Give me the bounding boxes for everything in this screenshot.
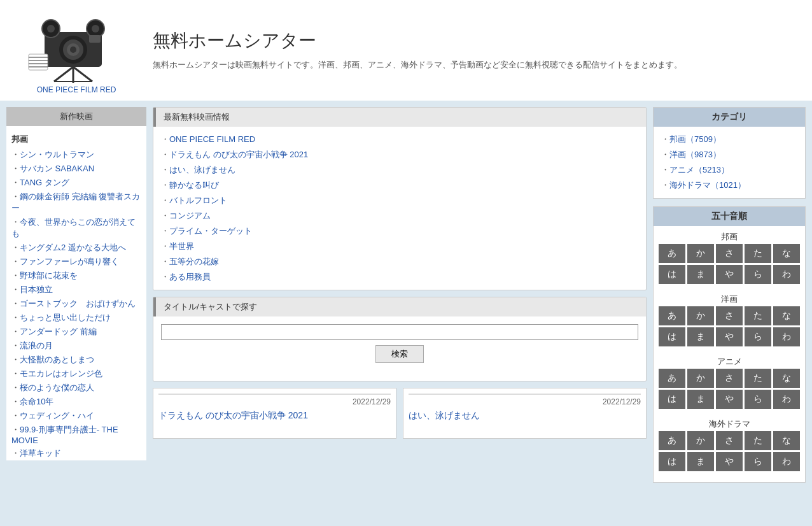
new-movies-button[interactable]: 新作映画 [6, 107, 146, 126]
sidebar-movie-link[interactable]: 今夜、世界からこの恋が消えても [11, 217, 136, 238]
aiueo-button[interactable]: な [773, 431, 800, 450]
aiueo-button[interactable]: な [773, 244, 800, 263]
aiueo-button[interactable]: さ [716, 306, 743, 325]
aiueo-box-header: 五十音順 [654, 207, 805, 226]
sidebar-movie-link[interactable]: ファンファーレが鳴り響く [20, 257, 119, 266]
sidebar-movie-link[interactable]: シン・ウルトラマン [20, 150, 94, 159]
aiueo-button[interactable]: ら [745, 327, 771, 346]
logo-title-link[interactable]: ONE PIECE FILM RED [37, 85, 116, 94]
info-box-header: 最新無料映画情報 [153, 108, 646, 127]
aiueo-button[interactable]: な [773, 369, 800, 388]
category-link[interactable]: 海外ドラマ（1021） [669, 180, 746, 190]
category-link[interactable]: 洋画（9873） [669, 150, 721, 159]
category-link[interactable]: 邦画（7509） [669, 134, 721, 144]
aiueo-button[interactable]: や [716, 327, 743, 346]
sidebar-movie-link[interactable]: 鋼の錬金術師 完結編 復讐者スカー [11, 192, 140, 213]
aiueo-button[interactable]: や [716, 452, 743, 471]
latest-movie-link[interactable]: ONE PIECE FILM RED [169, 134, 255, 144]
latest-movie-link[interactable]: 半世界 [169, 241, 194, 251]
aiueo-button[interactable]: ま [687, 390, 714, 409]
latest-movie-link[interactable]: ドラえもん のび太の宇宙小戦争 2021 [169, 150, 308, 159]
latest-movie-link[interactable]: ある用務員 [169, 272, 211, 281]
category-box-header: カテゴリ [654, 108, 805, 127]
aiueo-button[interactable]: は [659, 390, 685, 409]
category-link[interactable]: アニメ（5213） [669, 165, 729, 174]
sidebar-movie-link[interactable]: 流浪の月 [20, 341, 53, 350]
aiueo-button[interactable]: た [745, 431, 771, 450]
aiueo-button[interactable]: た [745, 369, 771, 388]
aiueo-button[interactable]: あ [659, 369, 685, 388]
aiueo-button[interactable]: わ [773, 452, 800, 471]
aiueo-button[interactable]: た [745, 244, 771, 263]
aiueo-button[interactable]: た [745, 306, 771, 325]
info-box: 最新無料映画情報 ONE PIECE FILM REDドラえもん のび太の宇宙小… [153, 107, 647, 290]
aiueo-button[interactable]: か [687, 369, 714, 388]
latest-movie-link[interactable]: バトルフロント [169, 195, 227, 205]
sidebar-movie-link[interactable]: 桜のような僕の恋人 [20, 383, 94, 392]
sidebar-movie-link[interactable]: TANG タング [20, 178, 69, 187]
sidebar-movie-link[interactable]: 99.9-刑事専門弁護士- THE MOVIE [11, 425, 118, 445]
aiueo-button[interactable]: は [659, 327, 685, 346]
aiueo-section-title: アニメ [659, 353, 800, 369]
sidebar-movie-link[interactable]: ゴーストブック おばけずかん [20, 299, 136, 308]
aiueo-button[interactable]: さ [716, 244, 743, 263]
latest-movie-link[interactable]: 静かなる叫び [169, 180, 219, 190]
aiueo-button[interactable]: あ [659, 244, 685, 263]
aiueo-button[interactable]: は [659, 265, 685, 284]
latest-movie-item: はい、泳げません [161, 162, 638, 178]
aiueo-button[interactable]: ま [687, 327, 714, 346]
search-input[interactable] [161, 324, 638, 340]
sidebar-movie-link[interactable]: 余命10年 [20, 397, 53, 406]
sidebar-movie-link[interactable]: 野球部に花束を [20, 271, 78, 280]
sidebar-movie-link[interactable]: 洋草キッド [20, 448, 61, 458]
aiueo-button[interactable]: あ [659, 431, 685, 450]
sidebar-list-item: 流浪の月 [11, 339, 141, 353]
aiueo-button[interactable]: ま [687, 265, 714, 284]
aiueo-button[interactable]: か [687, 244, 714, 263]
camera-logo-icon [25, 6, 127, 83]
aiueo-button[interactable]: ら [745, 390, 771, 409]
sidebar-movie-link[interactable]: アンダードッグ 前編 [20, 327, 97, 336]
sidebar-movie-link[interactable]: モエカレはオレンジ色 [20, 369, 102, 378]
aiueo-grid-row: あかさたな [659, 431, 800, 450]
aiueo-button[interactable]: さ [716, 431, 743, 450]
latest-movie-link[interactable]: 五等分の花嫁 [169, 257, 219, 266]
sidebar-movie-link[interactable]: 大怪獣のあとしまつ [20, 355, 94, 364]
aiueo-section-title: 海外ドラマ [659, 416, 800, 431]
sidebar-list-item: 鋼の錬金術師 完結編 復讐者スカー [11, 190, 141, 215]
aiueo-grid-row: はまやらわ [659, 327, 800, 346]
latest-movie-link[interactable]: はい、泳げません [169, 165, 235, 174]
movie-card-link[interactable]: はい、泳げません [409, 410, 480, 420]
aiueo-button[interactable]: や [716, 390, 743, 409]
movie-card-title: はい、泳げません [409, 410, 641, 422]
latest-movie-link[interactable]: コンジアム [169, 211, 211, 220]
sidebar-movie-link[interactable]: ウェディング・ハイ [20, 411, 94, 420]
aiueo-button[interactable]: わ [773, 390, 800, 409]
aiueo-button[interactable]: ま [687, 452, 714, 471]
aiueo-button[interactable]: か [687, 431, 714, 450]
site-description: 無料ホームシアターは映画無料サイトです。洋画、邦画、アニメ、海外ドラマ、予告動画… [153, 58, 799, 72]
svg-point-8 [92, 25, 99, 32]
search-button[interactable]: 検索 [375, 345, 424, 363]
sidebar-movie-link[interactable]: 日本独立 [20, 285, 53, 294]
sidebar-list-item: 99.9-刑事専門弁護士- THE MOVIE [11, 423, 141, 446]
info-box-content: ONE PIECE FILM REDドラえもん のび太の宇宙小戦争 2021はい… [153, 127, 646, 290]
latest-movie-link[interactable]: プライム・ターゲット [169, 226, 252, 236]
aiueo-section: アニメあかさたなはまやらわ [654, 351, 805, 413]
aiueo-button[interactable]: か [687, 306, 714, 325]
aiueo-button[interactable]: な [773, 306, 800, 325]
latest-movie-item: 半世界 [161, 239, 638, 254]
sidebar-movie-link[interactable]: サバカン SABAKAN [20, 164, 94, 173]
aiueo-button[interactable]: さ [716, 369, 743, 388]
aiueo-button[interactable]: や [716, 265, 743, 284]
sidebar-movie-link[interactable]: ちょっと思い出しただけ [20, 313, 111, 322]
aiueo-button[interactable]: あ [659, 306, 685, 325]
movie-card-link[interactable]: ドラえもん のび太の宇宙小戦争 2021 [158, 410, 308, 420]
aiueo-button[interactable]: ら [745, 452, 771, 471]
aiueo-button[interactable]: わ [773, 327, 800, 346]
aiueo-button[interactable]: は [659, 452, 685, 471]
aiueo-button[interactable]: わ [773, 265, 800, 284]
sidebar-list-item: 日本独立 [11, 283, 141, 297]
aiueo-button[interactable]: ら [745, 265, 771, 284]
sidebar-movie-link[interactable]: キングダム2 遥かなる大地へ [20, 243, 126, 252]
